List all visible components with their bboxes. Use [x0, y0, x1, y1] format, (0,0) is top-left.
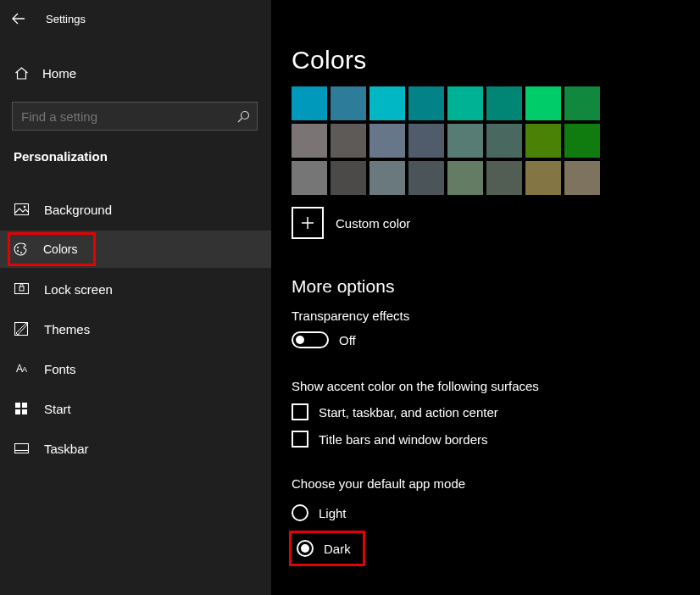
page-title: Colors [292, 46, 700, 75]
settings-sidebar: Settings Home Personalization Background… [0, 0, 271, 595]
radio-dark-highlight: Dark [292, 533, 363, 564]
checkbox-title-bars[interactable]: Title bars and window borders [292, 431, 700, 448]
settings-content: Colors Custom color More options Transpa… [292, 0, 700, 564]
svg-rect-11 [19, 286, 24, 291]
color-swatch[interactable] [292, 161, 327, 195]
svg-rect-13 [15, 403, 20, 408]
color-swatch[interactable] [486, 86, 522, 120]
taskbar-icon [14, 442, 29, 455]
checkbox-label: Start, taskbar, and action center [319, 405, 498, 420]
color-swatch[interactable] [447, 86, 483, 120]
svg-point-0 [242, 111, 249, 119]
titlebar: Settings [0, 0, 271, 37]
color-swatch[interactable] [369, 124, 405, 158]
color-swatch[interactable] [292, 86, 327, 120]
color-swatch[interactable] [486, 124, 522, 158]
app-mode-label: Choose your default app mode [292, 476, 700, 491]
accent-surfaces-label: Show accent color on the following surfa… [292, 379, 700, 393]
checkbox-label: Title bars and window borders [319, 432, 488, 447]
svg-rect-15 [15, 409, 20, 414]
more-options-heading: More options [292, 276, 700, 297]
sidebar-category-label: Personalization [14, 149, 271, 164]
sidebar-home-label: Home [42, 66, 76, 81]
svg-point-3 [23, 206, 25, 209]
sidebar-home[interactable]: Home [0, 54, 271, 92]
color-swatch[interactable] [331, 86, 366, 120]
color-swatch[interactable] [486, 161, 522, 195]
radio-icon [292, 504, 308, 521]
color-swatch[interactable] [369, 86, 405, 120]
sidebar-item-label: Fonts [44, 362, 76, 376]
search-box[interactable] [12, 102, 258, 131]
color-swatch[interactable] [292, 124, 327, 158]
accent-color-grid [292, 86, 700, 195]
svg-line-1 [238, 118, 242, 122]
sidebar-item-label: Themes [44, 322, 90, 336]
home-icon [14, 67, 29, 80]
picture-icon [14, 203, 29, 216]
radio-light[interactable]: Light [292, 501, 700, 525]
color-swatch[interactable] [564, 161, 600, 195]
svg-rect-17 [14, 444, 28, 453]
checkbox-icon [292, 403, 308, 420]
radio-dark[interactable]: Dark [297, 540, 351, 557]
start-icon [14, 402, 29, 415]
color-swatch[interactable] [331, 124, 366, 158]
color-swatch[interactable] [525, 124, 561, 158]
custom-color-row: Custom color [292, 207, 700, 239]
color-swatch[interactable] [564, 86, 600, 120]
lock-screen-icon [14, 282, 29, 296]
custom-color-button[interactable] [292, 207, 324, 239]
search-input[interactable] [21, 109, 237, 124]
transparency-state: Off [339, 333, 356, 348]
sidebar-item-label: Lock screen [44, 282, 113, 297]
fonts-icon: AA [14, 362, 29, 375]
radio-icon [297, 540, 314, 557]
color-swatch[interactable] [447, 124, 483, 158]
svg-rect-14 [22, 403, 27, 408]
sidebar-item-label: Background [44, 203, 112, 217]
svg-rect-10 [14, 284, 28, 294]
sidebar-item-start[interactable]: Start [0, 390, 271, 427]
color-swatch[interactable] [369, 161, 405, 195]
sidebar-item-background[interactable]: Background [0, 191, 271, 228]
color-swatch[interactable] [447, 161, 483, 195]
sidebar-item-taskbar[interactable]: Taskbar [0, 430, 271, 467]
color-swatch[interactable] [525, 161, 561, 195]
color-swatch[interactable] [564, 124, 600, 158]
sidebar-nav: Background Colors Colors Lock screen [0, 191, 271, 467]
sidebar-item-lock-screen[interactable]: Lock screen [0, 270, 271, 308]
checkbox-start-taskbar[interactable]: Start, taskbar, and action center [292, 403, 700, 420]
color-swatch[interactable] [331, 161, 366, 195]
transparency-toggle[interactable] [292, 331, 329, 348]
checkbox-icon [292, 431, 308, 448]
custom-color-label: Custom color [336, 216, 410, 231]
radio-label: Dark [324, 542, 351, 556]
sidebar-item-label: Taskbar [44, 442, 89, 456]
radio-label: Light [319, 506, 347, 520]
svg-rect-16 [22, 409, 27, 414]
color-swatch[interactable] [408, 124, 444, 158]
svg-rect-2 [14, 204, 28, 215]
search-icon [237, 110, 250, 123]
sidebar-item-themes[interactable]: Themes [0, 310, 271, 348]
window-title: Settings [46, 13, 86, 25]
transparency-label: Transparency effects [292, 309, 700, 323]
sidebar-item-label: Start [44, 402, 71, 416]
color-swatch[interactable] [408, 161, 444, 195]
sidebar-item-fonts[interactable]: AA Fonts [0, 350, 271, 387]
back-button[interactable] [12, 13, 25, 25]
themes-icon [14, 322, 29, 336]
color-swatch[interactable] [408, 86, 444, 120]
color-swatch[interactable] [525, 86, 561, 120]
